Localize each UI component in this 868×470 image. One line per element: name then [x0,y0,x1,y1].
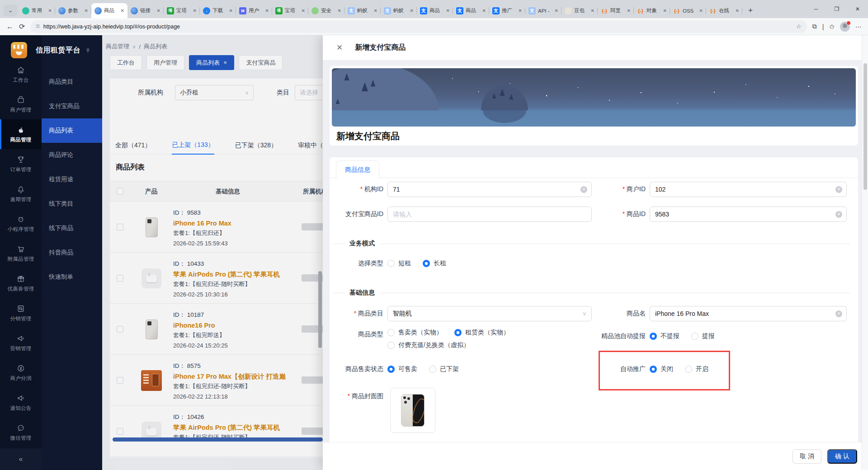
browser-tab[interactable]: 支商品✕ [453,3,489,18]
browser-tab[interactable]: {-}对象✕ [634,3,670,18]
browser-tab[interactable]: 支API -✕ [525,3,561,18]
cancel-button[interactable]: 取 消 [793,449,821,464]
org-id-input[interactable] [393,186,586,193]
row-checkbox[interactable] [117,428,123,435]
status-tab[interactable]: 已上架（133） [172,136,214,155]
submenu-item[interactable]: 商品列表 [42,118,102,143]
window-scrollbar-thumb[interactable] [863,63,867,190]
browser-tab[interactable]: 参数✕ [55,3,91,18]
sidebar-item-gift[interactable]: 优惠券管理 [0,268,42,298]
row-checkbox[interactable] [117,275,123,282]
page-tab-chip[interactable]: 商品列表✕ [189,55,234,70]
back-button[interactable]: ← [6,23,14,31]
tab-close-icon[interactable]: ✕ [374,8,377,13]
horizontal-scrollbar[interactable] [113,437,323,442]
radio-option[interactable]: 长租 [423,259,446,268]
page-tab-chip[interactable]: 支付宝商品 [239,55,283,70]
radio-icon[interactable] [650,333,657,340]
browser-tab[interactable]: 支商品✕ [417,3,453,18]
tab-close-icon[interactable]: ✕ [193,8,197,13]
browser-tab[interactable]: 豆包✕ [561,3,598,18]
browser-tab[interactable]: {-}OSS✕ [670,3,706,18]
tab-close-icon[interactable]: ✕ [121,8,124,13]
clear-icon[interactable]: ✕ [835,310,842,317]
browser-tab[interactable]: 常用✕ [19,3,55,18]
product-name-link[interactable]: 苹果 AirPods Pro (第二代) 苹果耳机 [173,423,280,433]
profile-avatar[interactable] [840,22,850,32]
close-icon[interactable]: ✕ [336,43,343,52]
radio-icon[interactable] [691,333,698,340]
radio-icon[interactable] [387,329,395,336]
radio-option[interactable]: 租赁类（实物） [454,329,509,337]
sidebar-item-megaphone[interactable]: 通知公告 [0,388,42,418]
product-id-input[interactable] [655,211,841,218]
radio-option[interactable]: 短租 [387,259,411,268]
browser-tab[interactable]: 商品✕ [91,3,127,18]
browser-tab[interactable]: M用户✕ [236,3,272,18]
vertical-scrollbar-thumb[interactable] [318,271,322,348]
merchant-id-input[interactable] [655,186,841,193]
submenu-item[interactable]: 快速制单 [42,265,102,289]
product-name-input[interactable] [655,310,841,317]
product-name-link[interactable]: iPhone 17 Pro Max【创新设计 打造巅 [173,371,286,382]
tab-close-icon[interactable]: ✕ [699,8,703,13]
radio-option[interactable]: 售卖类（实物） [387,329,443,337]
cover-image-upload[interactable] [390,388,435,433]
tab-close-icon[interactable]: ✕ [338,8,341,13]
favorite-star-icon[interactable]: ☆ [796,23,802,30]
submenu-item[interactable]: 线下类目 [42,192,102,216]
browser-tab[interactable]: 链接✕ [127,3,164,18]
chip-close-icon[interactable]: ✕ [223,60,227,65]
browser-tab[interactable]: 塔宝塔✕ [272,3,308,18]
tab-close-icon[interactable]: ✕ [85,8,88,13]
radio-icon[interactable] [387,342,395,349]
tab-close-icon[interactable]: ✕ [663,8,667,13]
radio-icon[interactable] [454,329,462,336]
clear-icon[interactable]: ✕ [835,211,842,218]
new-tab-button[interactable]: + [744,4,757,17]
submenu-item[interactable]: 商品评论 [42,143,102,167]
sidebar-item-chat[interactable]: 微信管理 [0,418,42,447]
tab-close-icon[interactable]: ✕ [555,8,558,13]
sidebar-item-bag[interactable]: 商户管理 [0,89,42,119]
tab-close-icon[interactable]: ✕ [519,8,522,13]
window-close-button[interactable]: ✕ [847,0,868,18]
org-filter-select[interactable]: 小乔租 ∨ [175,85,254,100]
browser-tab[interactable]: 支推广✕ [489,3,525,18]
favorites-bar-icon[interactable]: ✩ [829,23,835,30]
select-all-checkbox[interactable] [117,188,123,195]
radio-option[interactable]: 提报 [691,332,715,340]
product-name-link[interactable]: 苹果 AirPods Pro (第二代) 苹果耳机 [173,269,280,280]
sidebar-item-robot[interactable]: 小程序管理 [0,209,42,239]
settings-more-icon[interactable]: ⋯ [855,23,862,30]
submenu-item[interactable]: 租赁用途 [42,167,102,192]
radio-option[interactable]: 已下架 [429,365,459,373]
tab-close-icon[interactable]: ✕ [48,8,52,13]
browser-tab[interactable]: 支蚂蚁✕ [344,3,381,18]
tab-search-chevron-icon[interactable]: ⌄ [4,5,17,16]
product-name-link[interactable]: iPhone 16 Pro Max [173,218,231,229]
radio-icon[interactable] [429,366,436,373]
radio-icon[interactable] [387,260,395,267]
radio-option[interactable]: 不提报 [650,332,679,340]
tab-product-info[interactable]: 商品信息 [336,160,379,179]
category-filter-select[interactable]: 请选择 [295,85,323,100]
sidebar-item-megaphone[interactable]: 营销管理 [0,328,42,358]
pin-icon[interactable] [85,47,91,53]
submenu-item[interactable]: 线下商品 [42,216,102,240]
page-tab-chip[interactable]: 用户管理 [146,55,184,70]
browser-tab[interactable]: 安全✕ [308,3,344,18]
sidebar-collapse-button[interactable]: « [0,448,42,470]
status-tab[interactable]: 全部（471） [115,136,151,155]
tab-close-icon[interactable]: ✕ [229,8,233,13]
browser-tab[interactable]: ↓下载✕ [200,3,236,18]
window-minimize-button[interactable]: ─ [806,0,826,18]
browser-tab[interactable]: {-}在线✕ [706,3,742,18]
sidebar-item-cart[interactable]: 附属品管理 [0,239,42,268]
row-checkbox[interactable] [117,224,123,230]
collections-icon[interactable]: ⧉ [812,23,817,30]
submenu-item[interactable]: 支付宝商品 [42,94,102,118]
tab-close-icon[interactable]: ✕ [157,8,160,13]
status-tab[interactable]: 已下架（328） [235,136,277,155]
alipay-id-input[interactable] [393,211,586,218]
